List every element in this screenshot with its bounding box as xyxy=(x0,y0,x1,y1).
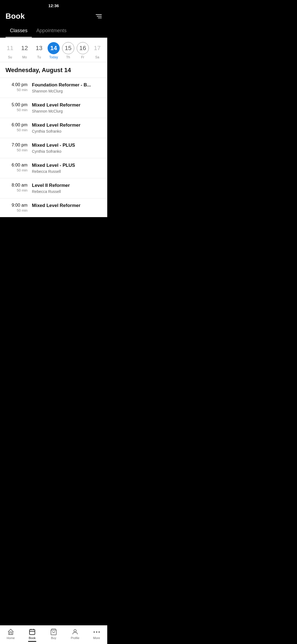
date-heading: Wednesday, August 14 xyxy=(0,62,107,78)
class-item-4[interactable]: 6:00 am 50 min Mixed Level - PLUS Rebecc… xyxy=(0,158,107,178)
day-label: Sa xyxy=(95,55,99,59)
calendar-day-16[interactable]: 16 Fr xyxy=(77,42,89,59)
class-info-4: Mixed Level - PLUS Rebecca Russell xyxy=(32,163,102,174)
class-item-3[interactable]: 7:00 pm 50 min Mixed Level - PLUS Cynthi… xyxy=(0,138,107,158)
status-bar: 12:36 xyxy=(0,0,107,9)
tab-classes[interactable]: Classes xyxy=(6,25,32,37)
calendar-day-11[interactable]: 11 Su xyxy=(4,42,16,59)
day-number: 12 xyxy=(18,42,31,54)
calendar-day-14-today[interactable]: 14 Today xyxy=(48,42,60,59)
class-time-3: 7:00 pm 50 min xyxy=(6,143,28,152)
class-item-1[interactable]: 5:00 pm 50 min Mixed Level Reformer Shan… xyxy=(0,98,107,118)
calendar-day-13[interactable]: 13 Tu xyxy=(33,42,45,59)
tab-appointments[interactable]: Appointments xyxy=(32,25,71,37)
filter-button[interactable] xyxy=(96,14,102,18)
class-time-1: 5:00 pm 50 min xyxy=(6,102,28,112)
day-label: Su xyxy=(8,55,12,59)
page-title: Book xyxy=(6,12,25,21)
calendar-day-12[interactable]: 12 Mo xyxy=(18,42,31,59)
day-number: 11 xyxy=(4,42,16,54)
content-area: 11 Su 12 Mo 13 Tu 14 Today 15 Th 16 Fr xyxy=(0,38,107,217)
class-info-0: Foundation Reformer - B... Shannon McClu… xyxy=(32,82,102,93)
class-time-0: 4:00 pm 50 min xyxy=(6,82,28,92)
filter-line-1 xyxy=(96,14,102,15)
class-item-0[interactable]: 4:00 pm 50 min Foundation Reformer - B..… xyxy=(0,78,107,98)
day-number: 13 xyxy=(33,42,45,54)
class-item-2[interactable]: 6:00 pm 50 min Mixed Level Reformer Cynt… xyxy=(0,118,107,138)
class-time-5: 8:00 am 50 min xyxy=(6,183,28,192)
class-item-5[interactable]: 8:00 am 50 min Level II Reformer Rebecca… xyxy=(0,178,107,198)
class-item-6[interactable]: 9:00 am 50 min Mixed Level Reformer xyxy=(0,198,107,217)
class-info-6: Mixed Level Reformer xyxy=(32,203,102,209)
day-number: 17 xyxy=(91,42,103,54)
day-number-today: 14 xyxy=(48,42,60,54)
day-label: Mo xyxy=(22,55,27,59)
time-display: 12:36 xyxy=(48,3,59,8)
class-info-5: Level II Reformer Rebecca Russell xyxy=(32,183,102,194)
calendar-day-17[interactable]: 17 Sa xyxy=(91,42,103,59)
day-label: Fr xyxy=(81,55,84,59)
class-list: 4:00 pm 50 min Foundation Reformer - B..… xyxy=(0,78,107,217)
day-number: 16 xyxy=(77,42,89,54)
class-info-2: Mixed Level Reformer Cynthia Sofranko xyxy=(32,122,102,133)
class-time-4: 6:00 am 50 min xyxy=(6,163,28,172)
calendar-day-15[interactable]: 15 Th xyxy=(62,42,74,59)
day-label: Th xyxy=(66,55,70,59)
day-label: Tu xyxy=(37,55,41,59)
day-label-today: Today xyxy=(49,55,58,59)
class-info-1: Mixed Level Reformer Shannon McClurg xyxy=(32,102,102,113)
filter-line-2 xyxy=(97,16,102,17)
tab-bar: Classes Appointments xyxy=(0,25,107,38)
class-time-2: 6:00 pm 50 min xyxy=(6,122,28,132)
filter-line-3 xyxy=(98,18,102,18)
class-time-6: 9:00 am 50 min xyxy=(6,203,28,212)
class-info-3: Mixed Level - PLUS Cynthia Sofranko xyxy=(32,143,102,154)
header: Book xyxy=(0,9,107,25)
day-number: 15 xyxy=(62,42,74,54)
calendar-strip: 11 Su 12 Mo 13 Tu 14 Today 15 Th 16 Fr xyxy=(0,38,107,62)
